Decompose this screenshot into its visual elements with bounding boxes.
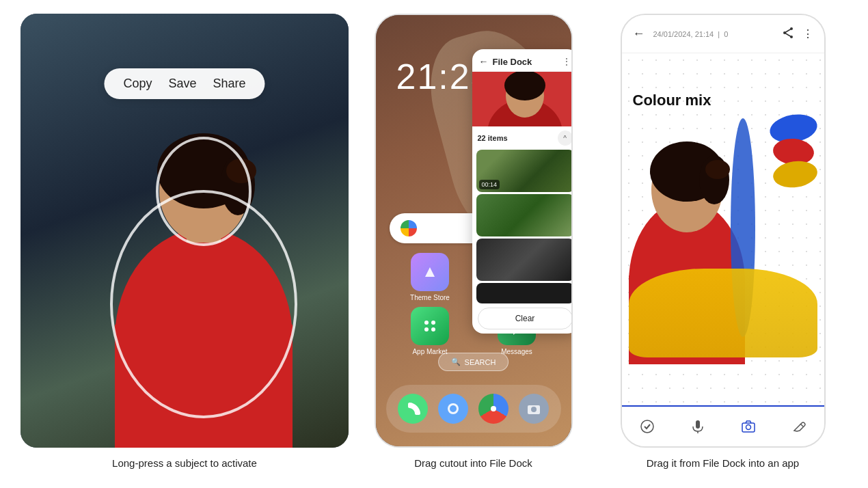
file-dock-thumb-1[interactable]: 00:14 [476,150,573,192]
svg-rect-39 [696,420,700,429]
color-strokes [756,115,817,252]
messages-label: Messages [501,348,532,355]
stroke-yellow [771,159,819,191]
svg-point-38 [641,420,653,433]
file-dock-panel: ← File Dock ⋮ 22 items ^ [472,49,573,334]
svg-point-36 [705,160,730,179]
file-dock-main-image [472,72,573,126]
svg-line-28 [785,29,791,33]
draw-back-icon[interactable]: ← [633,27,645,41]
file-dock-items-count: 22 items [478,134,508,142]
app-market-icon [411,307,449,345]
svg-point-20 [531,407,537,412]
draw-toolbar [622,405,824,446]
svg-point-11 [431,321,435,325]
video-duration-badge: 00:14 [479,180,500,189]
phone-frame-3: ← 24/01/2024, 21:14 | 0 ⋮ Colour mix [621,14,826,448]
panel-3-caption: Drag it from File Dock into an app [647,457,799,469]
main-container: Copy Save Share [0,0,868,488]
file-dock-collapse-button[interactable]: ^ [558,131,573,146]
svg-point-18 [491,406,496,411]
file-dock-items-row: 22 items ^ [472,126,573,150]
dock-camera-icon[interactable] [519,394,549,424]
tool-mic[interactable] [686,414,710,439]
svg-point-17 [450,405,457,412]
panel-1: Copy Save Share [21,14,349,469]
search-icon: 🔍 [451,357,461,366]
file-dock-header: ← File Dock ⋮ [472,49,573,72]
yellow-scribble [629,269,817,357]
svg-point-13 [431,327,435,331]
phone-frame-2: 21:23 Theme Store Play Store [375,14,573,448]
theme-store-label: Theme Store [410,294,450,301]
app-dock [386,385,561,433]
svg-point-10 [424,321,429,325]
tool-camera[interactable] [736,414,761,439]
file-dock-thumb-2[interactable] [476,194,573,236]
google-logo [401,220,417,236]
svg-point-42 [746,425,750,430]
app-market[interactable]: App Market [390,307,471,355]
file-dock-thumb-4[interactable] [476,283,573,303]
draw-canvas[interactable]: Colour mix [622,53,824,405]
draw-date: 24/01/2024, 21:14 | 0 [653,30,774,38]
dock-phone-icon[interactable] [398,394,428,424]
search-button-label: SEARCH [465,358,496,366]
panel-1-caption: Long-press a subject to activate [112,457,257,469]
woman-figure-1 [108,65,299,448]
panel-2-caption: Drag cutout into File Dock [414,457,532,469]
app-theme-store[interactable]: Theme Store [390,253,471,301]
draw-app-header: ← 24/01/2024, 21:14 | 0 ⋮ [622,15,824,53]
panel-3: ← 24/01/2024, 21:14 | 0 ⋮ Colour mix [598,14,847,469]
file-dock-more-icon[interactable]: ⋮ [562,56,571,67]
panel-2: 21:23 Theme Store Play Store [349,14,598,469]
svg-point-12 [424,327,429,331]
tool-check[interactable] [635,414,660,439]
svg-line-29 [785,33,791,37]
draw-more-icon[interactable]: ⋮ [802,27,813,40]
file-dock-title: File Dock [493,57,558,67]
file-dock-thumb-3[interactable] [476,239,573,281]
phone-frame-1: Copy Save Share [21,14,349,448]
dock-bubble-icon[interactable] [438,394,468,424]
file-dock-back-icon[interactable]: ← [479,56,489,67]
svg-line-43 [800,424,803,426]
file-dock-clear-button[interactable]: Clear [478,308,573,329]
svg-point-24 [504,72,545,100]
theme-store-icon [411,253,449,291]
tool-pencil[interactable] [787,414,811,439]
draw-share-icon[interactable] [782,27,794,42]
homescreen-search-button[interactable]: 🔍 SEARCH [438,353,509,371]
dock-chrome-icon[interactable] [478,394,508,424]
file-dock-thumbnails: 00:14 [472,150,573,303]
draw-meta: 24/01/2024, 21:14 | 0 [653,30,774,38]
